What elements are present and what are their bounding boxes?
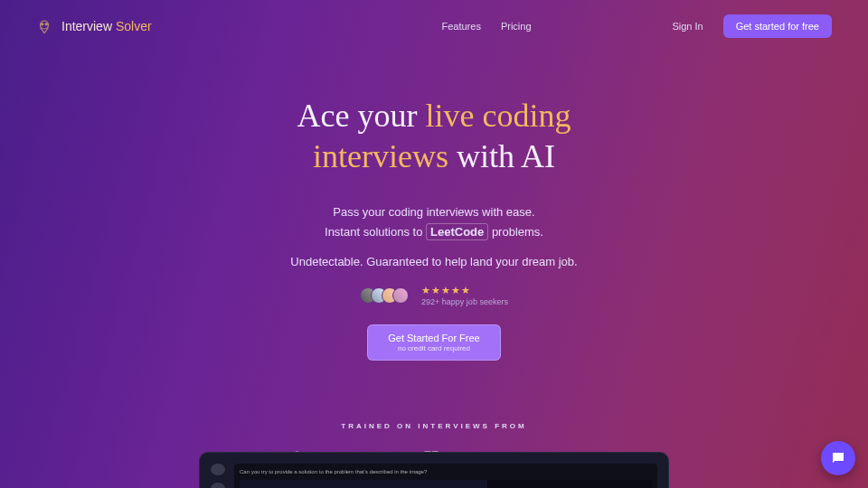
demo-prompt: Can you try to provide a solution to the… <box>240 469 652 474</box>
hero-title: Ace your live coding interviews with AI <box>0 96 868 177</box>
seeker-count: 292+ happy job seekers <box>421 297 508 306</box>
chat-widget-button[interactable] <box>821 441 855 475</box>
get-started-header-button[interactable]: Get started for free <box>723 14 832 38</box>
nav-features[interactable]: Features <box>441 21 480 32</box>
demo-mic-icon <box>211 464 225 475</box>
brand-logo[interactable]: Interview Solver <box>36 18 152 34</box>
svg-point-2 <box>45 23 47 25</box>
demo-tool-icon <box>211 483 225 488</box>
signin-link[interactable]: Sign In <box>672 21 703 32</box>
avatar <box>392 287 409 304</box>
hero-tagline: Undetectable. Guaranteed to help land yo… <box>0 255 868 268</box>
get-started-main-button[interactable]: Get Started For Free no credit card requ… <box>367 324 500 361</box>
leetcode-badge: LeetCode <box>426 223 488 240</box>
social-proof: ★★★★★ 292+ happy job seekers <box>0 285 868 306</box>
demo-screenshot: Can you try to provide a solution to the… <box>199 452 669 488</box>
nav-pricing[interactable]: Pricing <box>501 21 532 32</box>
demo-screenshot-inner <box>240 480 652 488</box>
trained-label: TRAINED ON INTERVIEWS FROM <box>0 422 868 430</box>
brand-name: Interview Solver <box>61 19 152 33</box>
owl-icon <box>36 18 52 34</box>
nav-links: Features Pricing <box>441 21 531 32</box>
chat-icon <box>830 450 846 466</box>
avatar-stack <box>360 287 409 304</box>
svg-point-1 <box>42 23 43 25</box>
star-rating: ★★★★★ <box>421 285 471 296</box>
hero-subtitle: Pass your coding interviews with ease. I… <box>0 202 868 242</box>
